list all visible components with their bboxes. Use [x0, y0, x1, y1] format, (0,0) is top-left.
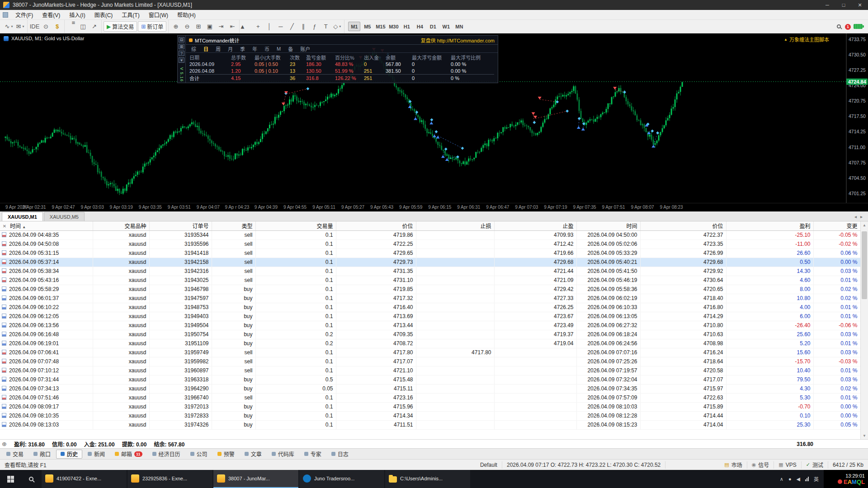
column-header[interactable]: 订单号 [149, 221, 212, 230]
toolbox-tab[interactable]: 历史 [56, 450, 82, 459]
timeframe-w1[interactable]: W1 [440, 22, 452, 31]
zoom-in-icon[interactable]: ⊕ [170, 21, 181, 32]
close-button[interactable]: ✕ [852, 0, 868, 10]
text-tool-icon[interactable]: T [321, 21, 331, 32]
timeframe-m30[interactable]: M30 [387, 22, 400, 31]
bar-chart-icon[interactable]: ≡ [66, 21, 77, 32]
table-row[interactable]: 2026.04.09 06:12:05xauusd31949403buy0.14… [0, 312, 860, 321]
toolbox-tab[interactable]: 敞口 [29, 450, 55, 459]
stats-tab[interactable]: M [273, 46, 284, 52]
table-row[interactable]: 2026.04.09 04:50:08xauusd31935596sell0.1… [0, 239, 860, 249]
crosshair-icon[interactable]: + [253, 21, 263, 32]
stats-tab[interactable]: 备 [284, 45, 297, 52]
algo-trading-button[interactable]: ▶算法交易 [104, 21, 137, 32]
search-icon[interactable] [837, 24, 841, 28]
shapes-icon[interactable]: ◇▾ [332, 21, 342, 32]
column-header[interactable]: 价位 [336, 221, 416, 230]
table-row[interactable]: 2026.04.09 05:58:29xauusd31946798buy0.14… [0, 285, 860, 294]
status-item-测试[interactable]: ✓测试 [802, 461, 828, 469]
status-item-市场[interactable]: ▤市场 [720, 461, 747, 469]
grid-icon[interactable]: ⊞ [193, 21, 203, 32]
trendline-icon[interactable]: ╱ [287, 21, 297, 32]
table-row[interactable]: 2026.04.09 06:10:22xauusd31948753buy0.14… [0, 303, 860, 312]
timeframe-d1[interactable]: D1 [427, 22, 439, 31]
stats-tab[interactable]: 账户 [297, 45, 314, 52]
timeframe-m1[interactable]: M1 [348, 22, 360, 31]
status-item-VPS[interactable]: ▦VPS [774, 461, 801, 469]
tab-scroll-left-icon[interactable]: ◂ [854, 214, 857, 219]
table-row[interactable]: 2026.04.09 05:37:14xauusd31942158sell0.1… [0, 258, 860, 267]
chart-shift-icon[interactable]: ⇤ [227, 21, 237, 32]
stats-side-icon[interactable]: ⊞ [179, 44, 184, 49]
table-row[interactable]: 2026.04.09 06:19:01xauusd31951109buy0.24… [0, 339, 860, 348]
stats-tab[interactable]: 综 [188, 45, 200, 52]
table-row[interactable]: 2026.04.09 08:09:17xauusd31972013buy0.14… [0, 402, 860, 411]
table-row[interactable]: 2026.04.09 06:01:37xauusd31947597buy0.14… [0, 294, 860, 303]
vline-icon[interactable]: │ [264, 21, 274, 32]
mtcommander-stats-panel[interactable]: ⊟⊞?¥V 5.16 MTCommander统计 复盘侠 http://MTCo… [177, 35, 498, 83]
chart-canvas[interactable]: 4733.754730.504727.254724.004720.754717.… [0, 33, 868, 203]
tray-language-indicator[interactable]: 英 [814, 475, 819, 483]
tray-record-icon[interactable]: ● [788, 476, 792, 482]
toolbox-tab[interactable]: 新闻 [83, 450, 109, 459]
autoscroll-icon[interactable]: ⇥ [216, 21, 226, 32]
taskbar-app[interactable]: 419007422 - Exne... [42, 470, 127, 488]
metaeditor-icon[interactable]: ⊙ [41, 21, 51, 32]
line-chart-icon[interactable]: ↗ [89, 21, 99, 32]
toolbox-tab[interactable]: 专家 [300, 450, 326, 459]
table-row[interactable]: 2026.04.09 05:31:15xauusd31941418sell0.1… [0, 249, 860, 258]
taskbar-app[interactable]: Juno Tradersroo... [299, 470, 384, 488]
maximize-button[interactable]: □ [835, 0, 852, 10]
column-header[interactable]: 时间 ▲ [0, 221, 93, 230]
deposit-icon[interactable]: $ [52, 21, 62, 32]
tab-scroll-right-icon[interactable]: ▸ [860, 214, 863, 219]
new-order-button[interactable]: ⊞新订单 [138, 21, 166, 32]
stats-side-icon[interactable]: ¥ [179, 57, 184, 63]
connection-status-icon[interactable] [854, 24, 863, 29]
toolbox-tab[interactable]: 公司 [186, 450, 212, 459]
toolbox-tab[interactable]: 经济日历 [148, 450, 185, 459]
column-header[interactable]: 盈利 [726, 221, 813, 230]
timeframe-m15[interactable]: M15 [374, 22, 387, 31]
menu-item[interactable]: 帮助(H) [173, 10, 200, 19]
table-row[interactable]: 2026.04.09 07:51:46xauusd31966740sell0.1… [0, 393, 860, 402]
menu-item[interactable]: 窗口(W) [144, 10, 173, 19]
toolbox-tab[interactable]: 文章 [240, 450, 266, 459]
windows-tile-icon[interactable]: ▣ [204, 21, 215, 32]
table-row[interactable]: 2026.04.09 07:10:12xauusd31960897sell0.1… [0, 366, 860, 375]
table-row[interactable]: 2026.04.09 05:43:16xauusd31943025sell0.1… [0, 276, 860, 285]
column-header[interactable]: 变更 [813, 221, 860, 230]
child-window-icon[interactable] [3, 12, 8, 18]
table-row[interactable]: 2026.04.09 04:48:35xauusd31935344sell0.1… [0, 230, 860, 239]
menu-item[interactable]: 查看(V) [38, 10, 65, 19]
tray-network-icon[interactable] [805, 477, 809, 481]
chart-tab[interactable]: XAUUSD,M1 [2, 212, 43, 221]
toolbox-tab[interactable]: 邮箱11 [110, 450, 147, 459]
hline-icon[interactable]: ─ [275, 21, 286, 32]
ide-button[interactable]: IDE [29, 21, 40, 32]
stats-title-bar[interactable]: MTCommander统计 复盘侠 http://MTCommander.com [186, 36, 498, 45]
plus-circle-icon[interactable]: ⊕ [2, 441, 7, 447]
table-row[interactable]: 2026.04.09 08:10:35xauusd31972833buy0.14… [0, 411, 860, 420]
start-button[interactable] [0, 470, 21, 488]
minimize-button[interactable]: ─ [819, 0, 835, 10]
table-row[interactable]: 2026.04.09 05:38:34xauusd31942316sell0.1… [0, 267, 860, 276]
taskbar-app[interactable]: C:\Users\Adminis... [385, 470, 470, 488]
cursor-icon[interactable]: ▶ [240, 19, 255, 34]
taskbar-app[interactable]: 232925836 - Exne... [127, 470, 212, 488]
scroll-down-icon[interactable]: ▼ [861, 432, 868, 439]
history-scrollbar[interactable]: ▲ ▼ [860, 221, 868, 439]
stats-tab[interactable]: 币 [261, 45, 273, 52]
zoom-out-icon[interactable]: ⊖ [182, 21, 192, 32]
menu-item[interactable]: 工具(T) [117, 10, 144, 19]
stats-tab[interactable]: 周 [212, 45, 224, 52]
stats-tab[interactable]: 月 [224, 45, 236, 52]
menu-item[interactable]: 插入(I) [65, 10, 90, 19]
tray-speaker-icon[interactable]: ◀ [797, 476, 800, 482]
column-header[interactable]: 类型 [212, 221, 255, 230]
column-header[interactable]: 交易品种 [93, 221, 149, 230]
timeframe-h1[interactable]: H1 [401, 22, 413, 31]
menu-item[interactable]: 图表(C) [90, 10, 118, 19]
scrollbar-thumb[interactable] [862, 231, 867, 299]
column-header[interactable]: 交易量 [255, 221, 336, 230]
